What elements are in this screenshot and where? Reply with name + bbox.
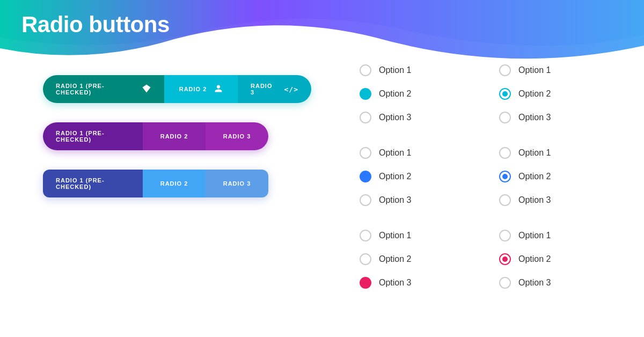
radio-option-col2-g0-o0[interactable]: Option 1 [488, 59, 628, 82]
radio-circle-unselected [360, 64, 371, 76]
radio-circle-teal-filled [360, 88, 371, 100]
purple-radio-btn-2-label: RADIO 2 [160, 133, 188, 140]
radio-option-col2-g1-o2[interactable]: Option 3 [488, 189, 628, 211]
radio-circle-unselected [360, 147, 371, 159]
radio-option-col2-g1-o0[interactable]: Option 1 [488, 142, 628, 164]
radio-option-col1-g0-o1[interactable]: Option 2 [349, 83, 488, 105]
blue-radio-btn-2[interactable]: RADIO 2 [143, 170, 206, 197]
teal-radio-btn-3[interactable]: RADIO 3 </> [238, 75, 311, 103]
radio-option-col2-g1-o1[interactable]: Option 2 [488, 165, 628, 188]
blue-radio-btn-1-label: RADIO 1 (PRE-CHECKED) [56, 177, 130, 190]
radio-option-col2-g2-o2[interactable]: Option 3 [488, 272, 628, 294]
blue-radio-btn-3-label: RADIO 3 [223, 180, 251, 187]
radio-option-label: Option 3 [379, 113, 411, 122]
blue-radio-btn-1[interactable]: RADIO 1 (PRE-CHECKED) [43, 170, 143, 197]
code-icon: </> [284, 85, 298, 93]
radio-circle-unselected [499, 194, 511, 206]
radio-circle-pink-filled [360, 277, 371, 289]
group-spacer [488, 130, 628, 141]
radio-column-1: Option 1Option 2Option 3Option 1Option 2… [349, 59, 488, 294]
group-spacer [349, 130, 488, 141]
radio-option-label: Option 3 [518, 195, 551, 205]
radio-circle-unselected [360, 112, 371, 123]
radio-option-col2-g0-o1[interactable]: Option 2 [488, 83, 628, 105]
radio-option-label: Option 2 [379, 89, 411, 99]
radio-circle-teal-ring [499, 88, 511, 100]
purple-radio-btn-3[interactable]: RADIO 3 [206, 122, 268, 150]
teal-radio-btn-1-label: RADIO 1 (PRE-CHECKED) [56, 83, 136, 96]
radio-option-col1-g1-o0[interactable]: Option 1 [349, 142, 488, 164]
group-spacer [488, 213, 628, 223]
radio-column-2: Option 1Option 2Option 3Option 1Option 2… [488, 59, 628, 294]
radio-option-col1-g0-o0[interactable]: Option 1 [349, 59, 488, 82]
radio-circle-blue-ring [499, 171, 511, 182]
radio-circle-unselected [499, 112, 511, 123]
radio-group-purple: RADIO 1 (PRE-CHECKED) RADIO 2 RADIO 3 [43, 122, 268, 150]
purple-radio-btn-3-label: RADIO 3 [223, 133, 251, 140]
purple-radio-btn-2[interactable]: RADIO 2 [143, 122, 206, 150]
radio-circle-unselected [499, 147, 511, 159]
radio-option-label: Option 2 [518, 89, 551, 99]
radio-option-col1-g2-o2[interactable]: Option 3 [349, 272, 488, 294]
teal-radio-btn-2-label: RADIO 2 [179, 86, 207, 92]
radio-circle-unselected [360, 230, 371, 241]
radio-option-label: Option 1 [518, 65, 551, 75]
purple-radio-btn-1[interactable]: RADIO 1 (PRE-CHECKED) [43, 122, 143, 150]
teal-radio-btn-3-label: RADIO 3 [251, 83, 277, 96]
radio-circle-unselected [360, 253, 371, 265]
radio-group-blue: RADIO 1 (PRE-CHECKED) RADIO 2 RADIO 3 [43, 170, 268, 197]
radio-circle-unselected [499, 230, 511, 241]
teal-radio-btn-1[interactable]: RADIO 1 (PRE-CHECKED) [43, 75, 164, 103]
radio-option-col2-g2-o1[interactable]: Option 2 [488, 248, 628, 270]
right-panel: Option 1Option 2Option 3Option 1Option 2… [349, 59, 628, 294]
radio-option-label: Option 3 [379, 278, 411, 288]
radio-option-col1-g0-o2[interactable]: Option 3 [349, 106, 488, 129]
teal-radio-btn-2[interactable]: RADIO 2 [164, 75, 238, 103]
radio-circle-blue-filled [360, 171, 371, 182]
radio-option-label: Option 2 [379, 254, 411, 264]
radio-option-label: Option 2 [518, 172, 551, 181]
blue-radio-btn-2-label: RADIO 2 [160, 180, 188, 187]
radio-option-col1-g1-o1[interactable]: Option 2 [349, 165, 488, 188]
blue-radio-btn-3[interactable]: RADIO 3 [206, 170, 268, 197]
radio-option-label: Option 1 [518, 231, 551, 240]
radio-option-label: Option 2 [518, 254, 551, 264]
user-icon [214, 84, 223, 94]
group-spacer [349, 213, 488, 223]
radio-option-label: Option 3 [518, 278, 551, 288]
radio-circle-pink-ring [499, 253, 511, 265]
radio-option-label: Option 1 [379, 231, 411, 240]
radio-option-label: Option 1 [518, 148, 551, 158]
radio-option-label: Option 3 [518, 113, 551, 122]
radio-option-col2-g2-o0[interactable]: Option 1 [488, 224, 628, 247]
radio-group-teal: RADIO 1 (PRE-CHECKED) RADIO 2 RADIO 3 </… [43, 75, 311, 103]
radio-option-label: Option 1 [379, 65, 411, 75]
radio-circle-unselected [499, 64, 511, 76]
radio-option-label: Option 3 [379, 195, 411, 205]
radio-option-label: Option 1 [379, 148, 411, 158]
radio-circle-unselected [360, 194, 371, 206]
radio-option-col1-g2-o0[interactable]: Option 1 [349, 224, 488, 247]
purple-radio-btn-1-label: RADIO 1 (PRE-CHECKED) [56, 130, 130, 143]
page-title: Radio buttons [21, 12, 170, 38]
radio-option-col1-g1-o2[interactable]: Option 3 [349, 189, 488, 211]
left-panel: RADIO 1 (PRE-CHECKED) RADIO 2 RADIO 3 </… [43, 75, 343, 197]
radio-option-label: Option 2 [379, 172, 411, 181]
radio-circle-unselected [499, 277, 511, 289]
diamond-icon [142, 84, 151, 94]
radio-option-col1-g2-o1[interactable]: Option 2 [349, 248, 488, 270]
radio-option-col2-g0-o2[interactable]: Option 3 [488, 106, 628, 129]
